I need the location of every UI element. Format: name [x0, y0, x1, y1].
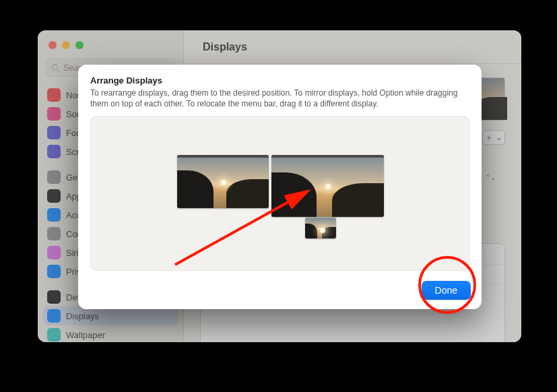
display-1[interactable] [177, 155, 269, 208]
sidebar-icon [47, 107, 61, 121]
close-icon[interactable] [48, 41, 57, 49]
arrangement-canvas[interactable] [90, 116, 469, 271]
sidebar-icon [47, 189, 61, 203]
sidebar-icon [47, 170, 61, 184]
display-3[interactable] [305, 218, 336, 238]
sidebar-item-label: Wallpaper [66, 330, 105, 340]
add-display-button[interactable]: ＋ ⌄ [482, 130, 505, 145]
sidebar-item-wallpaper[interactable]: Wallpaper [43, 325, 178, 342]
sidebar-icon [47, 145, 61, 158]
dialog-description: To rearrange displays, drag them to the … [90, 88, 469, 109]
sidebar-icon [47, 208, 61, 222]
done-button[interactable]: Done [422, 281, 471, 300]
sidebar-icon [47, 126, 61, 139]
display-2[interactable] [271, 155, 384, 217]
sidebar-icon [47, 246, 61, 259]
sidebar-item-displays[interactable]: Displays [43, 306, 178, 325]
sidebar-item-label: Displays [66, 311, 99, 321]
sidebar-icon [47, 88, 61, 102]
minimize-icon[interactable] [62, 41, 70, 49]
svg-point-0 [53, 65, 58, 70]
page-title: Displays [184, 30, 521, 64]
sidebar-icon [47, 227, 61, 240]
search-icon [51, 63, 60, 72]
sidebar-icon [47, 309, 61, 323]
sidebar-icon [47, 328, 61, 341]
fullscreen-icon[interactable] [75, 41, 84, 49]
window-traffic-lights[interactable] [48, 41, 84, 49]
svg-line-1 [57, 69, 59, 71]
use-as-dropdown[interactable]: ⌃⌄ [483, 172, 496, 182]
dialog-title: Arrange Displays [90, 75, 469, 86]
sidebar-icon [47, 265, 61, 278]
arrange-displays-dialog: Arrange Displays To rearrange displays, … [78, 65, 482, 309]
sidebar-icon [47, 290, 61, 304]
